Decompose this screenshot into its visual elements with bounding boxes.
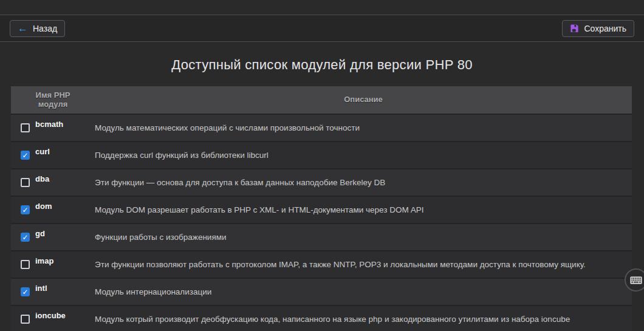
table-header-module-name: Имя PHP модуля xyxy=(11,86,95,114)
module-name: dom xyxy=(35,202,52,211)
back-button-label: Назад xyxy=(33,24,57,33)
module-checkbox[interactable] xyxy=(21,151,30,160)
table-row: ioncube Модуль котрый производит деобфус… xyxy=(11,305,632,331)
table-header-description: Описание xyxy=(95,86,632,114)
module-checkbox[interactable] xyxy=(21,315,30,324)
table-header-row: Имя PHP модуля Описание xyxy=(11,86,632,114)
table-row: dom Модуль DOM разрешает работать в PHP … xyxy=(11,196,632,223)
module-name-cell: dom xyxy=(11,197,95,223)
module-description: Модуль математических операций с числами… xyxy=(95,115,632,141)
table-row: dba Эти функции — основа для доступа к б… xyxy=(11,168,632,196)
module-name-cell: gd xyxy=(11,224,95,250)
back-button[interactable]: ← Назад xyxy=(10,20,65,37)
top-strip xyxy=(0,0,644,15)
module-description: Модуль котрый производит деобфускацию ко… xyxy=(95,306,632,331)
module-checkbox[interactable] xyxy=(21,123,30,132)
module-name-cell: bcmath xyxy=(11,115,95,141)
page-title: Доступный список модулей для версии PHP … xyxy=(0,57,644,73)
toolbar: ← Назад Сохранить xyxy=(0,15,644,42)
module-description: Модуль интернационализации xyxy=(95,279,632,305)
module-name: intl xyxy=(35,284,47,293)
save-button[interactable]: Сохранить xyxy=(562,20,634,37)
table-row: bcmath Модуль математических операций с … xyxy=(11,114,632,141)
module-description: Эти функции — основа для доступа к базам… xyxy=(95,169,632,196)
keyboard-icon xyxy=(630,276,642,284)
table-row: imap Эти функции позволяют работать с пр… xyxy=(11,250,632,278)
php-modules-table: Имя PHP модуля Описание bcmath Модуль ма… xyxy=(11,86,632,331)
module-checkbox[interactable] xyxy=(21,205,30,214)
module-name: gd xyxy=(35,229,45,238)
table-row: curl Поддержка curl функций из библиотек… xyxy=(11,141,632,168)
module-name-cell: curl xyxy=(11,142,95,168)
module-description: Поддержка curl функций из библиотеки lib… xyxy=(95,142,632,168)
module-checkbox[interactable] xyxy=(21,233,30,242)
module-checkbox[interactable] xyxy=(21,178,30,187)
module-name: bcmath xyxy=(35,120,63,129)
module-name-cell: intl xyxy=(11,279,95,305)
module-name: ioncube xyxy=(35,311,66,320)
floppy-disk-icon xyxy=(570,24,579,33)
module-name-cell: dba xyxy=(11,169,95,196)
module-name: curl xyxy=(35,147,50,156)
module-name-cell: ioncube xyxy=(11,306,95,331)
save-button-label: Сохранить xyxy=(584,24,626,33)
module-name: dba xyxy=(35,174,49,183)
arrow-left-icon: ← xyxy=(18,23,28,33)
table-row: gd Функции работы с изображениями xyxy=(11,223,632,250)
table-row: intl Модуль интернационализации xyxy=(11,278,632,305)
module-checkbox[interactable] xyxy=(21,260,30,269)
module-description: Модуль DOM разрешает работать в PHP с XM… xyxy=(95,197,632,223)
module-checkbox[interactable] xyxy=(21,287,30,296)
module-name-cell: imap xyxy=(11,251,95,278)
module-name: imap xyxy=(35,256,53,265)
virtual-keyboard-button[interactable] xyxy=(625,268,644,292)
table-body: bcmath Модуль математических операций с … xyxy=(11,114,632,331)
module-description: Эти функции позволяют работать с протоко… xyxy=(95,251,632,278)
module-description: Функции работы с изображениями xyxy=(95,224,632,250)
